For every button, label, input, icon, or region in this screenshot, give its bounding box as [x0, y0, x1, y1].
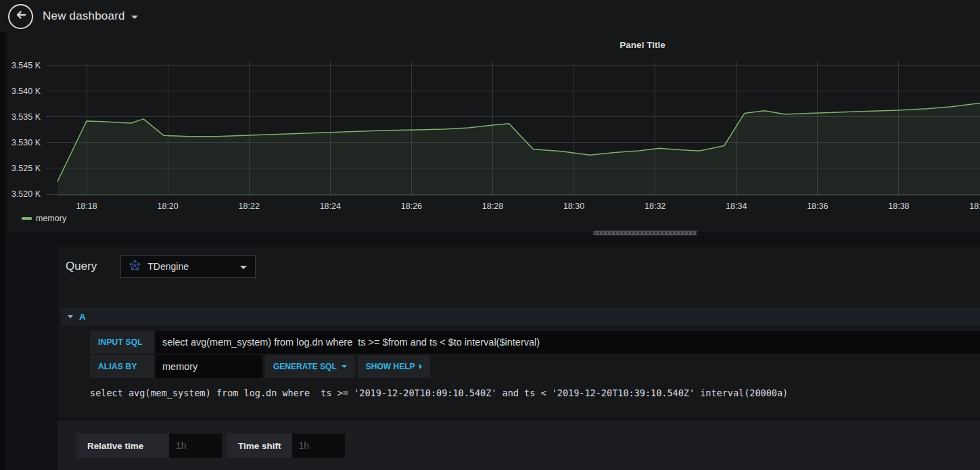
panel-scrollbar-thumb[interactable] — [593, 231, 697, 235]
x-tick-label: 18:22 — [239, 202, 260, 211]
generated-sql-text: select avg(mem_system) from log.dn where… — [90, 387, 788, 398]
relative-time-field[interactable] — [169, 433, 222, 458]
input-sql-field[interactable] — [156, 331, 980, 354]
back-button[interactable] — [8, 4, 33, 29]
legend-color-swatch — [22, 217, 32, 220]
chevron-down-icon[interactable] — [131, 16, 138, 19]
graph-panel: Panel Title 3.545 K3.540 K3.535 K3.530 K… — [7, 32, 980, 232]
x-tick-label: 18:34 — [726, 202, 747, 211]
chevron-right-icon — [419, 364, 422, 369]
memory-line-chart — [46, 61, 980, 196]
top-nav: New dashboard — [0, 0, 980, 32]
query-section-label: Query — [66, 260, 97, 273]
x-tick-label: 18:26 — [401, 202, 422, 211]
alias-by-label: ALIAS BY — [90, 355, 154, 378]
time-shift-field[interactable] — [292, 433, 345, 458]
chart-legend: memory — [22, 214, 66, 223]
input-sql-label: INPUT SQL — [90, 331, 154, 354]
x-tick-label: 18:40 — [969, 202, 980, 211]
x-tick-label: 18:18 — [76, 202, 97, 211]
time-options-card: Relative time Time shift — [57, 421, 980, 470]
time-shift-label: Time shift — [227, 433, 292, 458]
arrow-left-icon — [14, 8, 28, 24]
chart-plot-area[interactable] — [46, 61, 980, 196]
x-tick-label: 18:36 — [807, 202, 828, 211]
dashboard-title[interactable]: New dashboard — [43, 9, 125, 23]
legend-item[interactable]: memory — [22, 214, 66, 223]
legend-label: memory — [36, 214, 66, 223]
show-help-button[interactable]: SHOW HELP — [358, 355, 431, 378]
x-tick-label: 18:38 — [888, 202, 909, 211]
x-tick-label: 18:24 — [320, 202, 341, 211]
x-tick-label: 18:28 — [482, 202, 503, 211]
collapse-caret-icon — [68, 315, 73, 319]
chevron-down-icon — [342, 365, 347, 368]
tdengine-icon — [129, 260, 141, 274]
alias-by-field[interactable] — [156, 355, 262, 378]
query-row-header[interactable]: A — [61, 308, 980, 326]
chevron-down-icon — [240, 266, 247, 269]
x-tick-label: 18:30 — [563, 202, 584, 211]
query-editor-card: Query TDengine A INPUT — [57, 247, 980, 417]
generate-sql-button[interactable]: GENERATE SQL — [265, 355, 355, 378]
x-tick-label: 18:32 — [645, 202, 666, 211]
query-ref-letter: A — [79, 312, 86, 322]
x-tick-label: 18:20 — [157, 202, 178, 211]
relative-time-label: Relative time — [76, 433, 169, 458]
datasource-name: TDengine — [147, 261, 240, 272]
edit-tab-strip — [0, 247, 57, 470]
datasource-picker[interactable]: TDengine — [120, 255, 256, 278]
